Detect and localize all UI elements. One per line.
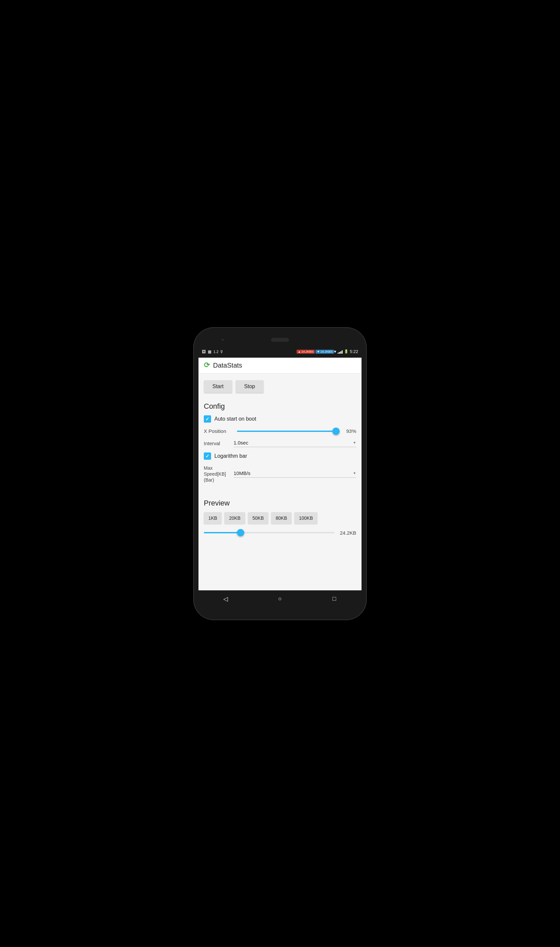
grid-icon: ▦	[208, 350, 211, 354]
signal-icon	[338, 350, 343, 354]
image-icon: 🖼	[202, 350, 206, 354]
front-camera	[221, 338, 224, 342]
interval-dropdown-arrow: ▼	[353, 441, 356, 445]
back-icon: ◁	[223, 595, 228, 603]
max-speed-label: Max Speed[KB] (Bar)	[204, 465, 234, 483]
preview-slider-value: 24.2KB	[338, 530, 356, 536]
speaker	[271, 338, 289, 342]
preview-slider[interactable]	[204, 529, 335, 536]
upload-speed: 24.2KB/s	[302, 350, 314, 353]
preview-slider-track	[204, 532, 335, 533]
config-section: Config ✓ Auto start on boot X Position	[204, 402, 356, 488]
preview-slider-thumb[interactable]	[237, 529, 244, 536]
logarithm-checkmark-icon: ✓	[205, 453, 209, 459]
recent-icon: □	[333, 595, 336, 602]
ghost-icon: ☿	[220, 350, 223, 354]
preview-btn-20kb[interactable]: 20KB	[224, 512, 245, 524]
app-title: DataStats	[213, 362, 242, 369]
battery-icon: 🔋	[344, 350, 349, 354]
max-speed-dropdown-arrow: ▼	[353, 471, 356, 475]
preview-title: Preview	[204, 499, 356, 508]
auto-start-checkbox[interactable]: ✓	[204, 415, 211, 423]
phone-device: 🖼 ▦ 1.2 ☿ ▲ 24.2KB/s ▼ 24.2KB/s ▾	[194, 328, 366, 619]
status-right: ▾ 🔋 5:22	[334, 349, 358, 354]
interval-value: 1.0sec	[234, 440, 248, 445]
x-position-label: X Position	[204, 428, 234, 434]
preview-btn-1kb[interactable]: 1KB	[204, 512, 222, 524]
app-bar: ⟳ DataStats	[198, 358, 362, 374]
stop-button[interactable]: Stop	[235, 380, 264, 393]
auto-start-row[interactable]: ✓ Auto start on boot	[204, 415, 356, 423]
version-number: 1.2	[214, 350, 218, 354]
phone-screen: 🖼 ▦ 1.2 ☿ ▲ 24.2KB/s ▼ 24.2KB/s ▾	[198, 346, 362, 608]
x-position-fill	[237, 431, 332, 432]
download-arrow: ▼	[317, 350, 320, 353]
logarithm-row[interactable]: ✓ Logarithm bar	[204, 453, 356, 460]
refresh-icon: ⟳	[204, 361, 210, 370]
logarithm-label: Logarithm bar	[214, 453, 247, 459]
download-speed: 24.2KB/s	[320, 350, 333, 353]
home-icon: ○	[278, 595, 282, 602]
phone-top-bar	[198, 334, 362, 346]
preview-slider-row: 24.2KB	[204, 529, 356, 536]
action-buttons-row: Start Stop	[204, 380, 356, 393]
max-speed-row: Max Speed[KB] (Bar) 10MB/s ▼	[204, 465, 356, 483]
network-stats: ▲ 24.2KB/s ▼ 24.2KB/s	[297, 350, 334, 354]
wifi-icon: ▾	[334, 349, 336, 354]
x-position-slider[interactable]	[237, 428, 340, 434]
preview-btn-80kb[interactable]: 80KB	[271, 512, 292, 524]
recent-button[interactable]: □	[328, 592, 341, 605]
upload-arrow: ▲	[298, 350, 301, 353]
preview-slider-fill	[204, 532, 241, 533]
interval-dropdown[interactable]: 1.0sec ▼	[234, 440, 356, 447]
preview-btn-100kb[interactable]: 100KB	[294, 512, 317, 524]
back-button[interactable]: ◁	[219, 592, 232, 605]
upload-stat: ▲ 24.2KB/s	[297, 350, 315, 354]
x-position-track	[237, 431, 340, 432]
interval-row: Interval 1.0sec ▼	[204, 440, 356, 447]
main-content: Start Stop Config ✓ Auto start on boot X…	[198, 374, 362, 590]
max-speed-label-line1: Max Speed[KB]	[204, 465, 226, 477]
x-position-thumb[interactable]	[332, 428, 340, 435]
status-time: 5:22	[350, 349, 358, 354]
auto-start-label: Auto start on boot	[214, 416, 256, 422]
x-position-value: 93%	[343, 428, 356, 434]
preview-btn-50kb[interactable]: 50KB	[248, 512, 268, 524]
logarithm-checkbox[interactable]: ✓	[204, 453, 211, 460]
status-bar: 🖼 ▦ 1.2 ☿ ▲ 24.2KB/s ▼ 24.2KB/s ▾	[198, 346, 362, 358]
start-button[interactable]: Start	[204, 380, 232, 393]
max-speed-label-line2: (Bar)	[204, 477, 214, 483]
max-speed-value: 10MB/s	[234, 470, 251, 476]
max-speed-dropdown[interactable]: 10MB/s ▼	[234, 470, 356, 477]
status-left: 🖼 ▦ 1.2 ☿ ▲ 24.2KB/s ▼ 24.2KB/s	[202, 350, 334, 354]
interval-label: Interval	[204, 440, 234, 446]
home-button[interactable]: ○	[273, 592, 287, 605]
preview-buttons-row: 1KB 20KB 50KB 80KB 100KB	[204, 512, 356, 524]
preview-section: Preview 1KB 20KB 50KB 80KB 100KB	[204, 499, 356, 536]
checkmark-icon: ✓	[205, 416, 209, 422]
download-stat: ▼ 24.2KB/s	[315, 350, 334, 354]
x-position-row: X Position 93%	[204, 428, 356, 434]
bottom-navigation: ◁ ○ □	[198, 590, 362, 608]
config-title: Config	[204, 402, 356, 411]
